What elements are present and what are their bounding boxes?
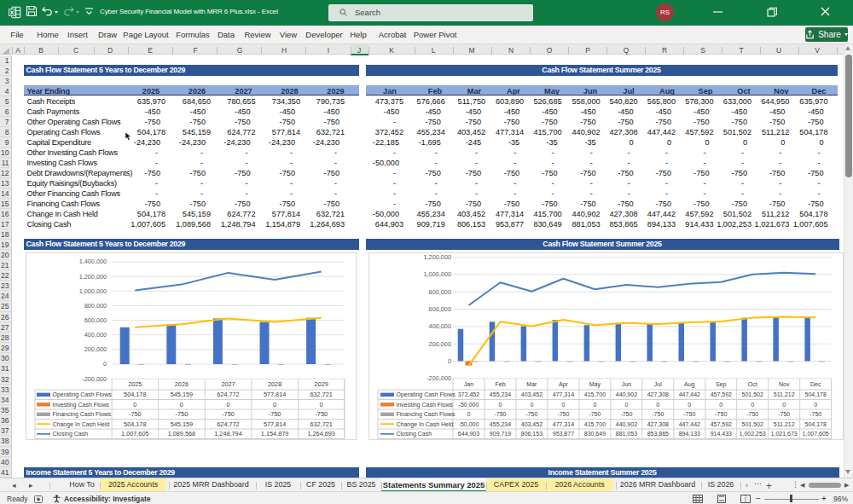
svg-text:1,400,000: 1,400,000 bbox=[78, 258, 106, 265]
svg-text:Jul: Jul bbox=[654, 381, 662, 387]
svg-text:624,772: 624,772 bbox=[217, 391, 239, 398]
svg-text:455,234: 455,234 bbox=[490, 421, 511, 427]
svg-text:501,502: 501,502 bbox=[742, 391, 763, 397]
svg-text:-750: -750 bbox=[175, 410, 188, 418]
svg-text:403,452: 403,452 bbox=[521, 421, 543, 427]
svg-text:501,502: 501,502 bbox=[742, 421, 763, 427]
svg-text:511,212: 511,212 bbox=[774, 421, 795, 427]
svg-text:-750: -750 bbox=[683, 411, 695, 417]
svg-text:1,200,000: 1,200,000 bbox=[424, 253, 451, 261]
svg-text:Apr: Apr bbox=[559, 381, 569, 388]
svg-text:0: 0 bbox=[448, 357, 451, 365]
svg-text:511,212: 511,212 bbox=[774, 391, 795, 397]
svg-text:440,902: 440,902 bbox=[616, 421, 637, 427]
svg-text:953,877: 953,877 bbox=[553, 431, 574, 437]
svg-text:0: 0 bbox=[467, 411, 471, 417]
svg-text:0: 0 bbox=[273, 401, 276, 408]
svg-text:403,452: 403,452 bbox=[521, 391, 543, 397]
svg-text:806,153: 806,153 bbox=[521, 431, 543, 437]
svg-text:1,007,605: 1,007,605 bbox=[121, 430, 148, 437]
svg-text:-750: -750 bbox=[315, 410, 328, 418]
svg-text:1,264,693: 1,264,693 bbox=[307, 430, 334, 437]
svg-text:427,308: 427,308 bbox=[647, 421, 669, 427]
svg-text:-750: -750 bbox=[778, 411, 790, 417]
svg-text:Closing Cash: Closing Cash bbox=[52, 431, 88, 437]
svg-text:Financing Cash Flows: Financing Cash Flows bbox=[52, 411, 111, 418]
svg-text:2026: 2026 bbox=[174, 380, 188, 388]
svg-text:577,814: 577,814 bbox=[263, 420, 285, 428]
svg-text:800,000: 800,000 bbox=[84, 302, 106, 310]
svg-text:-750: -750 bbox=[222, 410, 235, 418]
svg-text:440,902: 440,902 bbox=[616, 391, 637, 397]
svg-text:Operating Cash Flows: Operating Cash Flows bbox=[397, 391, 456, 398]
svg-text:Jun: Jun bbox=[622, 381, 631, 387]
svg-text:415,700: 415,700 bbox=[584, 421, 606, 427]
svg-text:600,000: 600,000 bbox=[429, 305, 451, 313]
svg-text:0: 0 bbox=[782, 402, 786, 408]
svg-text:Aug: Aug bbox=[684, 381, 695, 388]
svg-text:2025: 2025 bbox=[128, 380, 142, 388]
svg-text:0: 0 bbox=[624, 402, 628, 408]
svg-text:894,133: 894,133 bbox=[679, 431, 700, 437]
svg-text:Financing Cash Flows: Financing Cash Flows bbox=[397, 411, 456, 418]
svg-text:1,000,000: 1,000,000 bbox=[78, 287, 106, 295]
svg-text:Investing Cash Flows: Investing Cash Flows bbox=[397, 402, 454, 408]
svg-text:0: 0 bbox=[133, 401, 136, 408]
svg-text:427,308: 427,308 bbox=[647, 391, 669, 397]
svg-text:504,178: 504,178 bbox=[124, 420, 146, 428]
svg-text:-750: -750 bbox=[268, 410, 281, 418]
svg-text:Change In Cash Held: Change In Cash Held bbox=[52, 421, 109, 428]
svg-text:-750: -750 bbox=[525, 411, 537, 417]
svg-text:0: 0 bbox=[593, 402, 596, 408]
svg-text:1,000,000: 1,000,000 bbox=[424, 270, 451, 278]
svg-text:0: 0 bbox=[719, 402, 722, 408]
svg-text:2029: 2029 bbox=[314, 380, 328, 388]
svg-text:455,234: 455,234 bbox=[490, 391, 511, 397]
svg-text:Jan: Jan bbox=[464, 381, 473, 387]
svg-text:853,865: 853,865 bbox=[647, 431, 669, 437]
svg-text:Dec: Dec bbox=[810, 381, 821, 387]
svg-text:May: May bbox=[589, 381, 601, 388]
svg-text:Change In Cash Held: Change In Cash Held bbox=[397, 421, 454, 428]
svg-text:0: 0 bbox=[688, 402, 691, 408]
svg-text:400,000: 400,000 bbox=[84, 331, 106, 339]
svg-text:632,721: 632,721 bbox=[310, 420, 332, 428]
svg-text:504,178: 504,178 bbox=[124, 391, 146, 398]
svg-text:457,592: 457,592 bbox=[711, 421, 732, 427]
svg-text:-750: -750 bbox=[715, 411, 727, 417]
svg-text:0: 0 bbox=[226, 401, 229, 408]
svg-text:600,000: 600,000 bbox=[84, 316, 106, 324]
svg-text:1,089,568: 1,089,568 bbox=[167, 430, 194, 437]
svg-text:0: 0 bbox=[103, 360, 107, 368]
svg-text:644,903: 644,903 bbox=[458, 431, 479, 437]
svg-text:1,248,794: 1,248,794 bbox=[214, 430, 241, 437]
svg-text:0: 0 bbox=[179, 401, 183, 408]
svg-text:Nov: Nov bbox=[779, 381, 790, 387]
svg-text:504,178: 504,178 bbox=[805, 421, 827, 427]
svg-text:909,719: 909,719 bbox=[490, 431, 511, 437]
svg-text:Feb: Feb bbox=[495, 381, 505, 387]
svg-text:1,002,253: 1,002,253 bbox=[740, 431, 766, 437]
svg-text:477,314: 477,314 bbox=[553, 391, 574, 397]
svg-text:830,649: 830,649 bbox=[584, 431, 606, 437]
svg-text:-750: -750 bbox=[557, 411, 569, 417]
svg-text:-50,000: -50,000 bbox=[459, 402, 479, 408]
svg-text:914,433: 914,433 bbox=[711, 431, 732, 437]
svg-text:1,021,673: 1,021,673 bbox=[771, 431, 798, 437]
svg-text:400,000: 400,000 bbox=[429, 322, 451, 330]
svg-text:881,053: 881,053 bbox=[616, 431, 637, 437]
svg-text:-200,000: -200,000 bbox=[426, 374, 451, 382]
svg-text:Mar: Mar bbox=[526, 381, 537, 387]
svg-text:577,814: 577,814 bbox=[263, 391, 285, 398]
svg-text:447,442: 447,442 bbox=[679, 391, 700, 397]
svg-text:0: 0 bbox=[319, 401, 322, 408]
svg-text:545,159: 545,159 bbox=[170, 420, 192, 428]
svg-text:-750: -750 bbox=[652, 411, 664, 417]
svg-text:1,154,879: 1,154,879 bbox=[260, 430, 287, 437]
svg-text:0: 0 bbox=[561, 402, 565, 408]
svg-text:Investing Cash Flows: Investing Cash Flows bbox=[52, 402, 109, 408]
svg-text:624,772: 624,772 bbox=[217, 420, 239, 428]
svg-text:0: 0 bbox=[751, 402, 754, 408]
svg-text:800,000: 800,000 bbox=[429, 288, 451, 296]
svg-text:447,442: 447,442 bbox=[679, 421, 700, 427]
